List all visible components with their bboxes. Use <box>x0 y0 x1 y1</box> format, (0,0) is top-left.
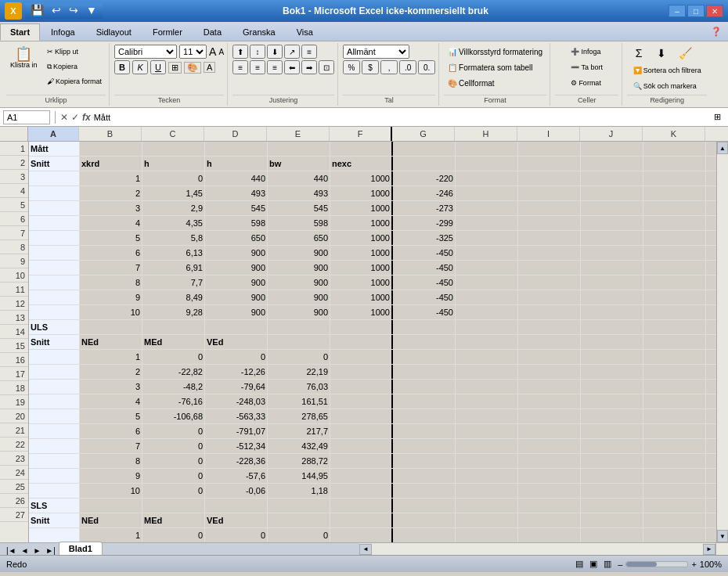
cell-k9[interactable] <box>643 261 706 275</box>
cell-a3[interactable] <box>29 171 80 185</box>
cell-l17[interactable] <box>706 380 716 394</box>
cell-c24[interactable]: 0 <box>142 484 205 498</box>
cell-k19[interactable] <box>643 409 706 423</box>
save-quick-btn[interactable]: 💾 <box>28 3 46 17</box>
cell-k15[interactable] <box>643 350 706 364</box>
cell-d3[interactable]: 440 <box>205 171 268 185</box>
cell-c4[interactable]: 1,45 <box>142 186 205 200</box>
cell-h26[interactable] <box>456 513 518 527</box>
cell-i8[interactable] <box>518 246 581 260</box>
cell-d25[interactable] <box>205 499 268 513</box>
cell-e13[interactable] <box>268 320 330 334</box>
cell-d2[interactable]: h <box>205 157 268 171</box>
cell-i11[interactable] <box>518 290 581 304</box>
cell-c18[interactable]: -76,16 <box>142 394 205 409</box>
cell-j22[interactable] <box>581 454 643 468</box>
cell-b5[interactable]: 3 <box>80 201 142 215</box>
tab-sidlayout[interactable]: Sidlayout <box>86 23 142 41</box>
cell-f6[interactable]: 1000 <box>330 216 393 230</box>
cell-e25[interactable] <box>268 499 330 513</box>
cell-l16[interactable] <box>706 365 716 379</box>
cell-g16[interactable] <box>393 365 456 379</box>
cell-b14[interactable]: NEd <box>80 335 142 349</box>
number-format-select[interactable]: Allmänt <box>343 45 409 59</box>
cell-l3[interactable] <box>706 171 716 185</box>
cell-b2[interactable]: xkrd <box>80 157 142 171</box>
help-btn[interactable]: ❓ <box>705 23 728 41</box>
percent-btn[interactable]: $ <box>362 60 379 74</box>
cell-c22[interactable]: 0 <box>142 454 205 468</box>
cell-d23[interactable]: -57,6 <box>205 469 268 483</box>
inc-decimal-btn[interactable]: .0 <box>399 60 416 74</box>
cell-f5[interactable]: 1000 <box>330 201 393 215</box>
cell-d5[interactable]: 545 <box>205 201 268 215</box>
cell-j15[interactable] <box>581 350 643 364</box>
cell-b10[interactable]: 8 <box>80 275 142 290</box>
maximize-button[interactable]: □ <box>687 5 705 17</box>
col-header-l[interactable]: L <box>705 127 728 141</box>
increase-indent-btn[interactable]: ➡ <box>301 60 317 74</box>
cell-g25[interactable] <box>393 499 456 513</box>
cell-e4[interactable]: 493 <box>268 186 330 200</box>
cell-e12[interactable]: 900 <box>268 305 330 319</box>
vertical-scrollbar[interactable]: ▲ ▼ <box>716 142 728 542</box>
cell-k16[interactable] <box>643 365 706 379</box>
cell-l21[interactable] <box>706 439 716 453</box>
insert-btn[interactable]: ➕Infoga <box>567 45 604 59</box>
cell-k4[interactable] <box>643 186 706 200</box>
cell-k5[interactable] <box>643 201 706 215</box>
tab-start[interactable]: Start <box>0 23 40 41</box>
row-header-21[interactable]: 21 <box>0 423 28 437</box>
cell-f10[interactable]: 1000 <box>330 275 393 290</box>
cell-k10[interactable] <box>643 275 706 290</box>
cell-i21[interactable] <box>518 439 581 453</box>
cell-i26[interactable] <box>518 513 581 527</box>
cell-g7[interactable]: -325 <box>393 231 456 245</box>
cell-f11[interactable]: 1000 <box>330 290 393 304</box>
cell-f4[interactable]: 1000 <box>330 186 393 200</box>
row-header-1[interactable]: 1 <box>0 142 28 156</box>
cell-a1[interactable]: Mått <box>29 142 80 156</box>
cell-a22[interactable] <box>29 454 80 468</box>
cell-e8[interactable]: 900 <box>268 246 330 260</box>
cell-e9[interactable]: 900 <box>268 261 330 275</box>
col-header-f[interactable]: F <box>330 127 392 141</box>
cell-f23[interactable] <box>330 469 393 483</box>
cell-c6[interactable]: 4,35 <box>142 216 205 230</box>
cell-l12[interactable] <box>706 305 716 319</box>
cell-c23[interactable]: 0 <box>142 469 205 483</box>
cell-h18[interactable] <box>456 394 518 409</box>
cell-c8[interactable]: 6,13 <box>142 246 205 260</box>
cell-j23[interactable] <box>581 469 643 483</box>
cell-h15[interactable] <box>456 350 518 364</box>
cell-reference-box[interactable] <box>3 110 50 124</box>
row-header-26[interactable]: 26 <box>0 494 28 508</box>
cell-h24[interactable] <box>456 484 518 498</box>
currency-btn[interactable]: % <box>343 60 360 74</box>
row-header-18[interactable]: 18 <box>0 381 28 395</box>
cell-h3[interactable] <box>456 171 518 185</box>
cell-d13[interactable] <box>205 320 268 334</box>
cell-i22[interactable] <box>518 454 581 468</box>
cell-b8[interactable]: 6 <box>80 246 142 260</box>
cell-j20[interactable] <box>581 424 643 438</box>
cell-c21[interactable]: 0 <box>142 439 205 453</box>
cell-j12[interactable] <box>581 305 643 319</box>
cell-j8[interactable] <box>581 246 643 260</box>
cell-g17[interactable] <box>393 380 456 394</box>
align-right-btn[interactable]: ≡ <box>267 60 283 74</box>
format-btn[interactable]: ⚙Format <box>567 76 605 90</box>
cell-a2[interactable]: Snitt <box>29 157 80 171</box>
cell-b12[interactable]: 10 <box>80 305 142 319</box>
cell-f25[interactable] <box>330 499 393 513</box>
cell-l23[interactable] <box>706 469 716 483</box>
cell-h5[interactable] <box>456 201 518 215</box>
cell-f22[interactable] <box>330 454 393 468</box>
cell-f3[interactable]: 1000 <box>330 171 393 185</box>
row-header-27[interactable]: 27 <box>0 508 28 522</box>
cell-h6[interactable] <box>456 216 518 230</box>
row-header-9[interactable]: 9 <box>0 254 28 268</box>
cell-l26[interactable] <box>706 513 716 527</box>
col-header-b[interactable]: B <box>79 127 142 141</box>
font-name-select[interactable]: Calibri <box>114 45 177 59</box>
